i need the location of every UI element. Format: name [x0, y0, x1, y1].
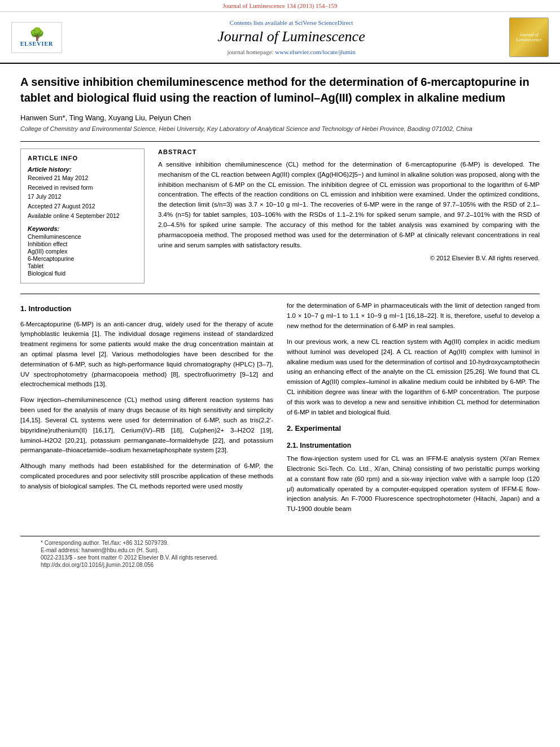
abstract-title: ABSTRACT — [158, 148, 540, 155]
footer-doi: http://dx.doi.org/10.1016/j.jlumin.2012.… — [41, 562, 519, 568]
journal-logo-right: Journal ofLuminescence — [504, 18, 549, 57]
keywords-label: Keywords: — [28, 225, 137, 232]
keyword-4: 6-Mercaptopurine — [28, 255, 137, 262]
available-date: Available online 4 September 2012 — [28, 212, 137, 220]
luminescence-logo-image: Journal ofLuminescence — [509, 18, 549, 57]
body-section: 1. Introduction 6-Mercaptopurine (6-MP) … — [20, 301, 540, 520]
history-label: Article history: — [28, 166, 137, 173]
tree-icon: 🌳 — [29, 28, 45, 41]
abstract-text: A sensitive inhibition chemiluminescence… — [158, 160, 540, 250]
footer-note: * Corresponding author. Tel./fax: +86 31… — [41, 540, 519, 546]
intro-para1: 6-Mercaptopurine (6-MP) is an anti-cance… — [20, 320, 273, 390]
affiliation: College of Chemistry and Environmental S… — [20, 125, 540, 132]
elsevier-logo: 🌳 ELSEVIER — [11, 22, 62, 53]
keyword-2: Inhibition effect — [28, 241, 137, 247]
journal-homepage: journal homepage: www.elsevier.com/locat… — [79, 49, 504, 55]
logo-text: Journal ofLuminescence — [516, 32, 541, 42]
journal-title: Journal of Luminescence — [79, 28, 504, 45]
journal-header-center: Contents lists available at SciVerse Sci… — [79, 19, 504, 55]
received-date: Received 21 May 2012 — [28, 174, 137, 182]
article-meta-section: ARTICLE INFO Article history: Received 2… — [20, 148, 540, 283]
top-bar: Journal of Luminescence 134 (2013) 154–1… — [0, 0, 560, 12]
abstract-section: ABSTRACT A sensitive inhibition chemilum… — [158, 148, 540, 283]
keyword-6: Biological fluid — [28, 270, 137, 277]
intro-para3: Although many methods had been establish… — [20, 461, 273, 491]
exp-para: The flow-injection system used for CL wa… — [287, 454, 540, 514]
elsevier-logo-container: 🌳 ELSEVIER — [11, 22, 79, 53]
exp-heading: 2. Experimental — [287, 423, 540, 434]
keyword-3: Ag(III) complex — [28, 248, 137, 255]
sciverse-link: Contents lists available at SciVerse Sci… — [79, 19, 504, 26]
page-footer: * Corresponding author. Tel./fax: +86 31… — [20, 536, 540, 573]
footer-email: E-mail address: hanwen@hbu.edu.cn (H. Su… — [41, 547, 519, 553]
homepage-link[interactable]: www.elsevier.com/locate/jlumin — [275, 49, 355, 55]
article-title: A sensitive inhibition chemiluminescence… — [20, 74, 540, 106]
keyword-5: Tablet — [28, 263, 137, 269]
article-info-title: ARTICLE INFO — [28, 155, 137, 161]
right-para2: In our previous work, a new CL reaction … — [287, 337, 540, 418]
divider-body — [20, 294, 540, 294]
exp-subheading: 2.1. Instrumentation — [287, 440, 540, 451]
revised-date: 17 July 2012 — [28, 193, 137, 201]
footer-issn: 0022-2313/$ - see front matter © 2012 El… — [41, 554, 519, 561]
journal-header: 🌳 ELSEVIER Contents lists available at S… — [0, 12, 560, 64]
journal-citation: Journal of Luminescence 134 (2013) 154–1… — [222, 2, 337, 9]
elsevier-brand: ELSEVIER — [20, 41, 54, 47]
right-para1: for the determination of 6-MP in pharmac… — [287, 301, 540, 331]
accepted-date: Accepted 27 August 2012 — [28, 202, 137, 211]
body-left-col: 1. Introduction 6-Mercaptopurine (6-MP) … — [20, 301, 273, 520]
received-revised-label: Received in revised form — [28, 184, 137, 192]
article-content: A sensitive inhibition chemiluminescence… — [0, 64, 560, 530]
copyright: © 2012 Elsevier B.V. All rights reserved… — [158, 255, 540, 261]
intro-para2: Flow injection–chemiluminescence (CL) me… — [20, 395, 273, 456]
article-history: Article history: Received 21 May 2012 Re… — [28, 166, 137, 220]
article-info-box: ARTICLE INFO Article history: Received 2… — [20, 148, 145, 283]
keyword-1: Chemiluminescence — [28, 233, 137, 240]
divider-top — [20, 141, 540, 142]
keywords-section: Keywords: Chemiluminescence Inhibition e… — [28, 225, 137, 277]
intro-heading: 1. Introduction — [20, 303, 273, 314]
authors: Hanwen Sun*, Ting Wang, Xuyang Liu, Peiy… — [20, 113, 540, 122]
body-right-col: for the determination of 6-MP in pharmac… — [287, 301, 540, 520]
